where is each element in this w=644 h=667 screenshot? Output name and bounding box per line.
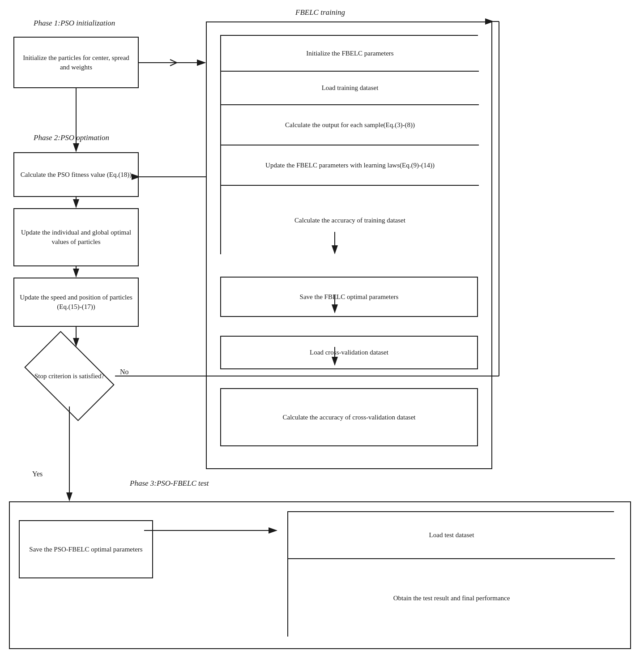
phase3-label: Phase 3:PSO-FBELC test — [130, 479, 209, 488]
save-fbelc-optimal-box: Save the FBELC optimal parameters — [220, 277, 478, 317]
stop-criterion-diamond: Stop criterion is satisfied? — [25, 347, 114, 405]
phase2-label: Phase 2:PSO optimation — [34, 133, 109, 142]
yes-label: Yes — [32, 470, 43, 478]
diagram-container: Phase 1:PSO initialization Phase 2:PSO o… — [0, 0, 644, 667]
calc-output-box: Calculate the output for each sample(Eq.… — [221, 105, 479, 145]
calc-accuracy-cross-box: Calculate the accuracy of cross-validati… — [220, 388, 478, 446]
init-fbelc-box: Initialize the FBELC parameters — [221, 36, 479, 72]
obtain-test-box: Obtain the test result and final perform… — [288, 559, 615, 637]
fbelc-training-label: FBELC training — [295, 8, 345, 17]
load-test-box: Load test dataset — [288, 512, 615, 559]
phase1-label: Phase 1:PSO initialization — [34, 19, 115, 28]
update-individual-box: Update the individual and global optimal… — [13, 208, 139, 266]
fbelc-outer-box: Initialize the FBELC parameters Load tra… — [206, 21, 492, 469]
update-fbelc-box: Update the FBELC parameters with learnin… — [221, 145, 479, 186]
calc-accuracy-train-box: Calculate the accuracy of training datas… — [221, 186, 479, 255]
load-training-box: Load training dataset — [221, 72, 479, 105]
calc-pso-fitness-box: Calculate the PSO fitness value (Eq.(18)… — [13, 152, 139, 197]
init-particles-box: Initialize the particles for center, spr… — [13, 37, 139, 88]
load-cross-box: Load cross-validation dataset — [220, 336, 478, 369]
update-speed-box: Update the speed and position of particl… — [13, 278, 139, 327]
fbelc-group-top: Initialize the FBELC parameters Load tra… — [220, 35, 478, 254]
svg-line-5 — [170, 63, 177, 66]
save-pso-fbelc-box: Save the PSO-FBELC optimal parameters — [19, 520, 153, 578]
phase3-right-group: Load test dataset Obtain the test result… — [287, 511, 614, 637]
svg-line-4 — [170, 60, 177, 63]
no-label: No — [120, 368, 129, 376]
phase3-outer-box: Save the PSO-FBELC optimal parameters Lo… — [9, 501, 631, 649]
